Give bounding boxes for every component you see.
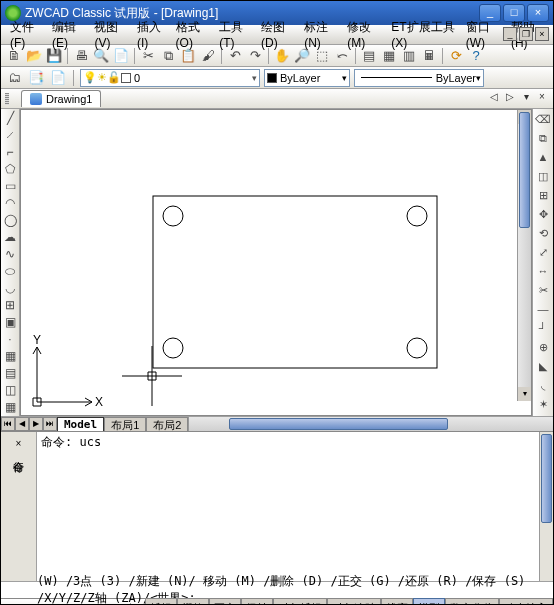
vertical-scrollbar[interactable]: ▴ ▾ <box>517 110 531 401</box>
rectangle-icon[interactable]: ▭ <box>2 179 18 193</box>
menu-window[interactable]: 窗口(W) <box>461 17 506 52</box>
tab-menu[interactable]: ▾ <box>519 91 533 102</box>
menu-dim[interactable]: 标注(N) <box>299 17 342 52</box>
erase-icon[interactable]: ⌫ <box>535 111 551 127</box>
menu-format[interactable]: 格式(O) <box>171 17 215 52</box>
toolbar-properties: 🗂 📑 📄 💡 ☀ 🔓 0 ▾ ByLayer ▾ ByLayer ▾ <box>1 67 553 89</box>
mirror-icon[interactable]: ▲ <box>535 149 551 165</box>
status-lweight[interactable]: 线宽 <box>381 598 413 605</box>
mdi-minimize[interactable]: _ <box>503 27 517 41</box>
layer-manager-icon[interactable]: 🗂 <box>5 69 23 87</box>
spline-icon[interactable]: ∿ <box>2 247 18 261</box>
fillet-icon[interactable]: ◟ <box>535 377 551 393</box>
command-scrollbar[interactable] <box>539 432 553 581</box>
stretch-icon[interactable]: ↔ <box>535 263 551 279</box>
status-osnap[interactable]: 对象捕捉 <box>273 598 327 605</box>
status-toggles: 捕捉 栅格 正交 极轴 对象捕捉 对象追踪 线宽 模型 数字化仪 动态输入 <box>145 598 553 605</box>
block-icon[interactable]: ▣ <box>2 315 18 329</box>
menu-et[interactable]: ET扩展工具(X) <box>386 17 460 52</box>
model-tab[interactable]: Model <box>57 417 104 431</box>
layout-tab-row: ⏮ ◀ ▶ ⏭ Model 布局1 布局2 <box>1 416 553 431</box>
polygon-icon[interactable]: ⬠ <box>2 162 18 176</box>
ellipse-icon[interactable]: ⬭ <box>2 264 18 278</box>
offset-icon[interactable]: ◫ <box>535 168 551 184</box>
status-grid[interactable]: 栅格 <box>177 598 209 605</box>
linetype-dropdown[interactable]: ByLayer ▾ <box>354 69 484 87</box>
menubar: 文件(F) 编辑(E) 视图(V) 插入(I) 格式(O) 工具(T) 绘图(D… <box>1 25 553 45</box>
array-icon[interactable]: ⊞ <box>535 187 551 203</box>
line-icon[interactable]: ╱ <box>2 111 18 125</box>
move-icon[interactable]: ✥ <box>535 206 551 222</box>
break-icon[interactable]: ┘ <box>535 320 551 336</box>
chamfer-icon[interactable]: ◣ <box>535 358 551 374</box>
document-tab[interactable]: Drawing1 <box>21 90 101 107</box>
grip-handle[interactable] <box>5 93 9 105</box>
status-polar[interactable]: 极轴 <box>241 598 273 605</box>
scroll-thumb[interactable] <box>229 418 447 430</box>
cmd-close-icon[interactable]: × <box>16 438 22 449</box>
mdi-restore[interactable]: ❐ <box>519 27 533 41</box>
status-model[interactable]: 模型 <box>413 598 445 605</box>
gradient-icon[interactable]: ▤ <box>2 366 18 380</box>
insert-icon[interactable]: ⊞ <box>2 298 18 312</box>
copy-obj-icon[interactable]: ⧉ <box>535 130 551 146</box>
menu-edit[interactable]: 编辑(E) <box>47 17 89 52</box>
rotate-icon[interactable]: ⟲ <box>535 225 551 241</box>
layout1-tab[interactable]: 布局1 <box>104 417 146 431</box>
trim-icon[interactable]: ✂ <box>535 282 551 298</box>
chevron-down-icon: ▾ <box>476 73 481 83</box>
point-icon[interactable]: · <box>2 332 18 346</box>
layer-state-icon[interactable]: 📑 <box>27 69 45 87</box>
circle-icon[interactable]: ◯ <box>2 213 18 227</box>
extend-icon[interactable]: — <box>535 301 551 317</box>
menu-insert[interactable]: 插入(I) <box>132 17 171 52</box>
hatch-icon[interactable]: ▦ <box>2 349 18 363</box>
command-history[interactable]: 命令: ucs <box>37 432 539 581</box>
menu-modify[interactable]: 修改(M) <box>342 17 386 52</box>
layer-dropdown[interactable]: 💡 ☀ 🔓 0 ▾ <box>80 69 260 87</box>
layer-iso-icon[interactable]: 📄 <box>49 69 67 87</box>
menu-draw[interactable]: 绘图(D) <box>256 17 299 52</box>
bulb-icon: 💡 <box>83 71 97 84</box>
status-ortho[interactable]: 正交 <box>209 598 241 605</box>
scroll-thumb[interactable] <box>541 434 552 523</box>
color-dropdown[interactable]: ByLayer ▾ <box>264 69 350 87</box>
status-dyn[interactable]: 动态输入 <box>499 598 553 605</box>
join-icon[interactable]: ⊕ <box>535 339 551 355</box>
scale-icon[interactable]: ⤢ <box>535 244 551 260</box>
command-prompt[interactable]: (W) /3点 (3) /新建 (N)/ 移动 (M) /删除 (D) /正交 … <box>1 581 553 598</box>
menu-file[interactable]: 文件(F) <box>5 17 47 52</box>
arc-icon[interactable]: ◠ <box>2 196 18 210</box>
table-icon[interactable]: ▦ <box>2 400 18 414</box>
ellipsearc-icon[interactable]: ◡ <box>2 281 18 295</box>
color-swatch <box>267 73 277 83</box>
tab-next[interactable]: ▷ <box>503 91 517 102</box>
status-otrack[interactable]: 对象追踪 <box>327 598 381 605</box>
tab-close[interactable]: × <box>535 91 549 102</box>
region-icon[interactable]: ◫ <box>2 383 18 397</box>
explode-icon[interactable]: ✶ <box>535 396 551 412</box>
scroll-down-icon[interactable]: ▾ <box>518 387 531 401</box>
status-snap[interactable]: 捕捉 <box>145 598 177 605</box>
lock-icon: 🔓 <box>107 71 121 84</box>
menu-tools[interactable]: 工具(T) <box>214 17 256 52</box>
xline-icon[interactable]: ⟋ <box>2 128 18 142</box>
layout2-tab[interactable]: 布局2 <box>146 417 188 431</box>
revcloud-icon[interactable]: ☁ <box>2 230 18 244</box>
horizontal-scrollbar[interactable] <box>188 417 553 431</box>
polyline-icon[interactable]: ⌐ <box>2 145 18 159</box>
freeze-icon: ☀ <box>97 71 107 84</box>
tab-prev[interactable]: ◁ <box>487 91 501 102</box>
linetype-label: ByLayer <box>436 72 476 84</box>
tab-prev[interactable]: ◀ <box>15 417 29 431</box>
tab-last[interactable]: ⏭ <box>43 417 57 431</box>
chevron-down-icon: ▾ <box>252 73 257 83</box>
menu-view[interactable]: 视图(V) <box>89 17 131 52</box>
mdi-close[interactable]: × <box>535 27 549 41</box>
scroll-thumb[interactable] <box>519 112 530 228</box>
command-window: × 命令行 命令: ucs <box>1 431 553 581</box>
tab-first[interactable]: ⏮ <box>1 417 15 431</box>
drawing-area[interactable]: ▴ ▾ <box>20 109 532 416</box>
status-digitizer[interactable]: 数字化仪 <box>445 598 499 605</box>
tab-next[interactable]: ▶ <box>29 417 43 431</box>
